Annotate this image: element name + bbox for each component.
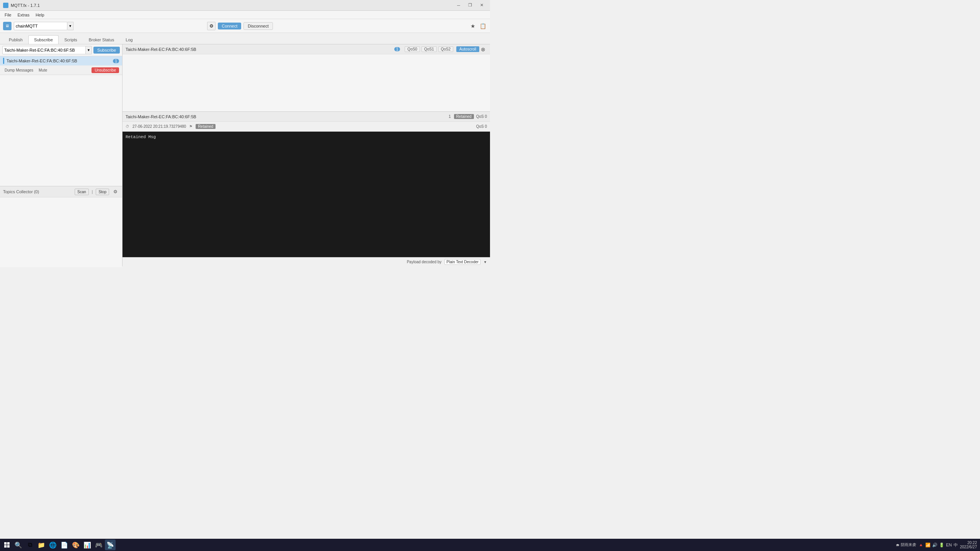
tab-publish[interactable]: Publish [3, 35, 28, 44]
minimize-button[interactable]: ─ [453, 2, 464, 9]
tab-log[interactable]: Log [120, 35, 138, 44]
tabs-bar: Publish Subscribe Scripts Broker Status … [0, 33, 490, 44]
qos-filter-bar: QoS0 QoS1 QoS2 [405, 46, 453, 52]
topics-collector-body [0, 197, 122, 267]
scan-button[interactable]: Scan [75, 189, 89, 195]
topics-collector-header: Topics Collector (0) Scan | Stop ⚙ [0, 186, 122, 197]
timestamp-icon: ⏱ [126, 124, 129, 129]
topic-input[interactable] [2, 46, 86, 54]
left-panel: ▼ Subscribe Taichi-Maker-Ret-EC:FA:BC:40… [0, 44, 122, 266]
tab-subscribe[interactable]: Subscribe [28, 35, 59, 44]
message-retained-badge: Retained [196, 124, 216, 129]
qos2-filter-button[interactable]: QoS2 [438, 46, 454, 52]
menu-extras[interactable]: Extras [15, 12, 33, 18]
clear-messages-button[interactable]: ⊗ [479, 46, 487, 52]
payload-decoder-name: Plain Text Decoder [444, 259, 480, 265]
subscription-count: 1 [113, 59, 119, 63]
qos1-filter-button[interactable]: QoS1 [421, 46, 437, 52]
message-area-top [122, 54, 490, 112]
message-detail-topic: Taichi-Maker-Ret-EC:FA:BC:40:6F:5B [126, 114, 449, 119]
stop-button[interactable]: Stop [96, 189, 109, 195]
retained-badge: Retained [454, 114, 474, 119]
toolbar-right: ★ 📋 [469, 22, 487, 30]
subscription-topic: Taichi-Maker-Ret-EC:FA:BC:40:6F:5B [7, 59, 113, 63]
subscribe-bar: ▼ Subscribe [0, 44, 122, 56]
topics-collector-settings-button[interactable]: ⚙ [111, 188, 119, 196]
gear-button[interactable]: ⚙ [207, 22, 216, 30]
title-bar-left: MQTT.fx - 1.7.1 [3, 3, 40, 8]
connection-select-wrapper: ▼ [14, 22, 205, 30]
toolbar: 🖥 ▼ ⚙ Connect Disconnect ★ 📋 [0, 19, 490, 33]
menu-bar: File Extras Help [0, 11, 490, 19]
topics-collector: Topics Collector (0) Scan | Stop ⚙ [0, 186, 122, 266]
payload-decoded-label: Payload decoded by [407, 260, 442, 264]
right-panel: Taichi-Maker-Ret-EC:FA:BC:40:6F:5B 1 QoS… [122, 44, 490, 266]
bookmark-button[interactable]: ★ [469, 22, 477, 30]
payload-decoder-dropdown-button[interactable]: ▼ [483, 260, 487, 264]
connect-button[interactable]: Connect [218, 23, 241, 29]
subscribe-button[interactable]: Subscribe [93, 47, 120, 54]
message-qos-label: QoS 0 [476, 124, 487, 129]
message-timestamp-bar: ⏱ 27-06-2022 20:21:19.73279480 ⚑ Retaine… [122, 122, 490, 132]
connection-profile-icon: 🖥 [3, 22, 11, 30]
dump-messages-button[interactable]: Dump Messages [3, 67, 35, 73]
connection-input[interactable] [14, 22, 67, 30]
tab-broker-status[interactable]: Broker Status [83, 35, 120, 44]
restore-button[interactable]: ❐ [465, 2, 475, 9]
mute-button[interactable]: Mute [37, 67, 49, 73]
footer: Payload decoded by Plain Text Decoder ▼ [122, 257, 490, 266]
sub-actions-bar: Dump Messages Mute Unsubscribe [0, 66, 122, 75]
message-detail-count: 1 [449, 114, 451, 119]
app-icon [3, 3, 8, 8]
subscription-color-bar [3, 58, 4, 64]
window-title: MQTT.fx - 1.7.1 [11, 3, 40, 8]
message-content-text: Retained Msg [126, 135, 156, 139]
message-detail-header: Taichi-Maker-Ret-EC:FA:BC:40:6F:5B 1 Ret… [122, 112, 490, 122]
retained-marker-icon: ⚑ [189, 124, 193, 129]
topic-dropdown-button[interactable]: ▼ [86, 46, 92, 54]
qos-label: QoS 0 [476, 114, 487, 119]
topic-input-wrapper: ▼ [2, 46, 92, 54]
topics-collector-title: Topics Collector (0) [3, 189, 72, 194]
disconnect-button[interactable]: Disconnect [243, 22, 273, 30]
window-controls: ─ ❐ ✕ [453, 2, 487, 9]
autoscroll-button[interactable]: Autoscroll [456, 46, 479, 52]
tab-scripts[interactable]: Scripts [59, 35, 83, 44]
main-content: ▼ Subscribe Taichi-Maker-Ret-EC:FA:BC:40… [0, 44, 490, 266]
subscription-item[interactable]: Taichi-Maker-Ret-EC:FA:BC:40:6F:5B 1 [0, 56, 122, 66]
title-bar: MQTT.fx - 1.7.1 ─ ❐ ✕ [0, 0, 490, 11]
log-button[interactable]: 📋 [479, 22, 487, 30]
close-button[interactable]: ✕ [476, 2, 487, 9]
message-count-badge: 1 [394, 47, 400, 51]
unsubscribe-button[interactable]: Unsubscribe [91, 67, 119, 73]
message-content: Retained Msg [122, 132, 490, 257]
menu-file[interactable]: File [2, 12, 15, 18]
subscriptions-list [0, 75, 122, 186]
message-timestamp: 27-06-2022 20:21:19.73279480 [132, 124, 186, 129]
connection-dropdown-button[interactable]: ▼ [67, 22, 74, 30]
qos0-filter-button[interactable]: QoS0 [405, 46, 420, 52]
message-list-topic: Taichi-Maker-Ret-EC:FA:BC:40:6F:5B [126, 47, 394, 52]
message-list-header: Taichi-Maker-Ret-EC:FA:BC:40:6F:5B 1 QoS… [122, 44, 490, 54]
menu-help[interactable]: Help [33, 12, 47, 18]
message-detail: Taichi-Maker-Ret-EC:FA:BC:40:6F:5B 1 Ret… [122, 112, 490, 257]
